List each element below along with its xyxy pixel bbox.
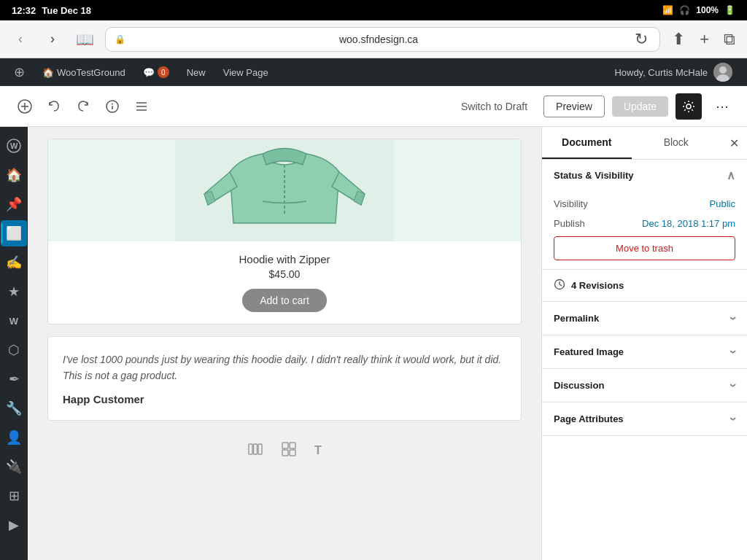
columns-layout-button[interactable] [244, 438, 266, 464]
panel-body: Status & Visibility ∧ Visibility Public … [542, 160, 747, 560]
time-display: 12:32 [12, 5, 36, 16]
undo-button[interactable] [41, 93, 67, 120]
sidebar-play-icon[interactable]: ▶ [1, 512, 27, 538]
more-options-button[interactable]: ⋯ [709, 93, 735, 120]
gutenberg-toolbar: Switch to Draft Preview Update ⋯ [0, 86, 747, 127]
product-info: Hoodie with Zipper $45.00 Add to cart [48, 241, 521, 324]
permalink-header[interactable]: Permalink [542, 302, 747, 335]
permalink-label: Permalink [554, 313, 599, 324]
main-layout: W 🏠 📌 ⬜ ✍ ★ W ⬡ ✒ 🔧 👤 🔌 ⊞ ▶ [0, 127, 747, 560]
site-name: WooTestGround [57, 67, 125, 78]
preview-button[interactable]: Preview [543, 96, 605, 117]
forward-button[interactable]: › [41, 28, 64, 51]
revisions-section[interactable]: 4 Revisions [542, 270, 747, 302]
svg-rect-18 [254, 444, 258, 454]
svg-line-26 [560, 284, 562, 286]
svg-point-8 [112, 103, 113, 104]
editor-content: Hoodie with Zipper $45.00 Add to cart I'… [47, 139, 522, 470]
admin-bar-home[interactable]: 🏠 WooTestGround [34, 58, 134, 86]
permalink-section: Permalink [542, 302, 747, 335]
admin-bar-view-page[interactable]: View Page [214, 58, 277, 86]
panel-close-button[interactable]: ✕ [721, 127, 747, 159]
block-toolbar: T [47, 432, 522, 470]
status-visibility-chevron: ∧ [727, 168, 735, 182]
update-button[interactable]: Update [612, 96, 668, 117]
page-attributes-chevron [731, 411, 735, 427]
view-page-label: View Page [223, 67, 268, 78]
url-text: woo.sfndesign.ca [130, 34, 627, 45]
discussion-section: Discussion [542, 369, 747, 402]
sidebar-media-icon[interactable]: ★ [1, 279, 27, 305]
svg-point-12 [686, 104, 691, 109]
greeting-text: Howdy, Curtis McHale [614, 67, 708, 78]
sidebar-addsite-icon[interactable]: ⊞ [1, 483, 27, 509]
switch-to-draft-button[interactable]: Switch to Draft [452, 96, 536, 117]
svg-rect-21 [290, 443, 295, 448]
bookmarks-button[interactable]: 📖 [73, 28, 96, 51]
sidebar-pages-icon[interactable]: ⬜ [1, 220, 27, 246]
date-display: Tue Dec 18 [42, 5, 91, 16]
sidebar-posts-icon[interactable]: ✍ [1, 249, 27, 276]
sidebar-home-icon[interactable]: 🏠 [1, 162, 27, 188]
battery-display: 100% [696, 5, 719, 15]
svg-point-1 [719, 66, 727, 74]
wp-logo[interactable]: ⊕ [7, 61, 31, 84]
visibility-label: Visibility [554, 198, 588, 209]
sidebar-blocks-icon[interactable]: ⬡ [1, 337, 27, 363]
sidebar-pin-icon[interactable]: 📌 [1, 191, 27, 217]
block-tab[interactable]: Block [632, 127, 721, 159]
visibility-value[interactable]: Public [710, 198, 735, 209]
share-button[interactable]: ⬆ [669, 27, 688, 52]
document-tab[interactable]: Document [542, 127, 632, 159]
admin-bar-right: Howdy, Curtis McHale [614, 63, 740, 82]
review-author: Happ Customer [63, 393, 506, 405]
svg-rect-20 [282, 443, 288, 448]
product-price: $45.00 [60, 268, 509, 280]
move-to-trash-button[interactable]: Move to trash [554, 236, 735, 260]
add-block-button[interactable] [12, 93, 38, 120]
add-tab-button[interactable]: + [697, 27, 712, 52]
text-button[interactable]: T [311, 438, 325, 464]
wp-admin-bar: ⊕ 🏠 WooTestGround 💬 0 New View Page Howd… [0, 58, 747, 86]
tabs-button[interactable]: ⧉ [721, 27, 738, 52]
sidebar-woo-icon[interactable]: W [1, 308, 27, 334]
publish-value[interactable]: Dec 18, 2018 1:17 pm [642, 218, 735, 229]
sidebar-wp-icon[interactable]: W [1, 133, 27, 159]
battery-icon: 🔋 [724, 5, 735, 15]
settings-button[interactable] [676, 93, 702, 120]
sidebar-appearance-icon[interactable]: ✒ [1, 366, 27, 392]
discussion-chevron [731, 378, 735, 393]
redo-button[interactable] [70, 93, 96, 120]
add-to-cart-button[interactable]: Add to cart [242, 289, 327, 312]
status-visibility-header[interactable]: Status & Visibility ∧ [542, 160, 747, 191]
editor-area: Hoodie with Zipper $45.00 Add to cart I'… [28, 127, 541, 560]
admin-bar-new[interactable]: New [178, 58, 214, 86]
status-bar: 12:32 Tue Dec 18 📶 🎧 100% 🔋 [0, 0, 747, 20]
list-view-button[interactable] [128, 93, 155, 120]
admin-bar-comments[interactable]: 💬 0 [134, 58, 178, 86]
home-icon: 🏠 [42, 67, 54, 78]
page-attributes-header[interactable]: Page Attributes [542, 402, 747, 435]
publish-row: Publish Dec 18, 2018 1:17 pm [554, 214, 735, 233]
url-bar[interactable]: 🔒 woo.sfndesign.ca ↻ [105, 27, 660, 52]
page-attributes-label: Page Attributes [554, 413, 624, 424]
reload-button[interactable]: ↻ [632, 27, 651, 52]
discussion-header[interactable]: Discussion [542, 369, 747, 402]
sidebar-users-icon[interactable]: 👤 [1, 424, 27, 451]
featured-image-header[interactable]: Featured Image [542, 335, 747, 368]
info-button[interactable] [99, 93, 125, 120]
grid-layout-button[interactable] [278, 438, 300, 464]
permalink-chevron [731, 311, 735, 326]
review-block: I've lost 1000 pounds just by wearing th… [47, 336, 522, 421]
revisions-label: 4 Revisions [571, 280, 624, 291]
product-image-area [48, 139, 521, 241]
back-button[interactable]: ‹ [9, 28, 32, 51]
featured-image-section: Featured Image [542, 335, 747, 369]
sidebar-tools-icon[interactable]: 🔧 [1, 395, 27, 421]
svg-text:W: W [10, 141, 18, 150]
right-panel: Document Block ✕ Status & Visibility ∧ V… [541, 127, 747, 560]
status-visibility-section: Status & Visibility ∧ Visibility Public … [542, 160, 747, 270]
sidebar-plugins-icon[interactable]: 🔌 [1, 454, 27, 480]
avatar[interactable] [713, 63, 732, 82]
left-sidebar: W 🏠 📌 ⬜ ✍ ★ W ⬡ ✒ 🔧 👤 🔌 ⊞ ▶ [0, 127, 28, 560]
